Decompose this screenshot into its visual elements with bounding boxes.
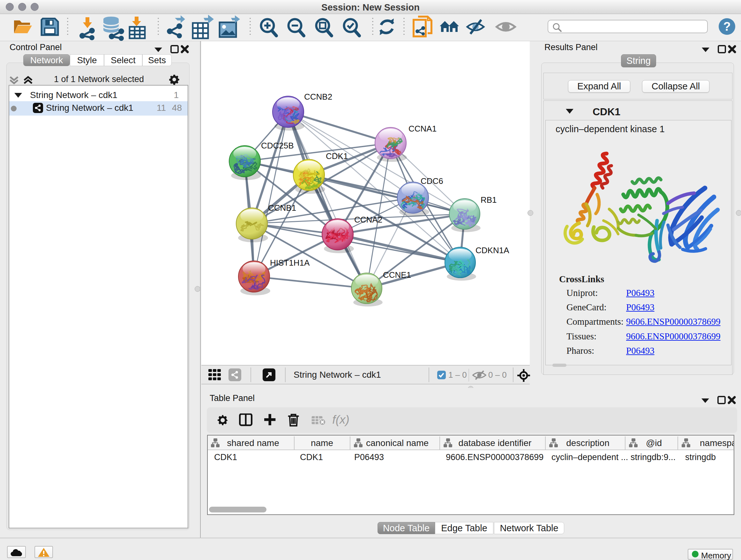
svg-text:CCNA2: CCNA2 (354, 215, 382, 225)
svg-text:name: name (311, 438, 333, 448)
svg-text:database identifier: database identifier (459, 438, 532, 448)
svg-text:CDC25B: CDC25B (261, 141, 294, 150)
svg-text:namespace: namespace (700, 438, 734, 448)
svg-text:@id: @id (646, 438, 662, 448)
svg-text:canonical name: canonical name (366, 438, 428, 448)
svg-text:RB1: RB1 (481, 195, 497, 205)
svg-text:description: description (566, 438, 609, 448)
svg-text:CDK1: CDK1 (326, 151, 348, 161)
svg-text:shared name: shared name (227, 438, 279, 448)
svg-text:CCNB2: CCNB2 (304, 92, 332, 102)
svg-text:HIST1H1A: HIST1H1A (270, 258, 310, 267)
svg-text:CCNB1: CCNB1 (268, 203, 296, 212)
svg-text:CDKN1A: CDKN1A (475, 246, 509, 255)
svg-text:CCNE1: CCNE1 (383, 270, 411, 280)
svg-text:CCNA1: CCNA1 (408, 124, 436, 133)
svg-text:CDC6: CDC6 (421, 176, 443, 186)
